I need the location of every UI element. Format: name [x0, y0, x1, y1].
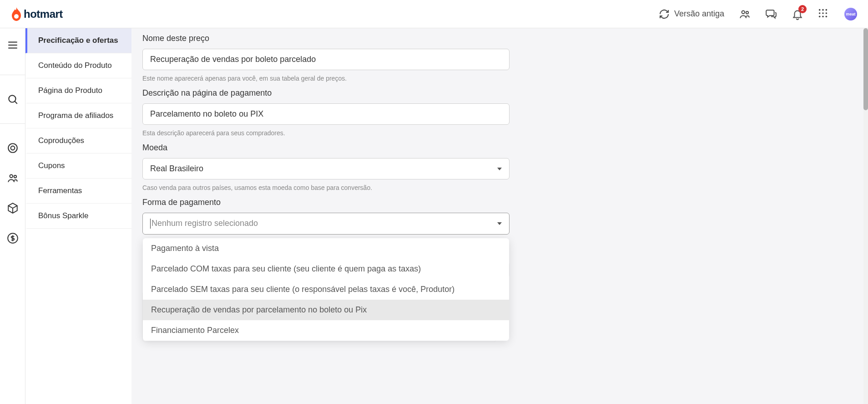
- svg-point-18: [10, 146, 15, 150]
- nav-content[interactable]: Conteúdo do Produto: [25, 53, 131, 78]
- svg-point-20: [14, 175, 16, 178]
- payment-option-1[interactable]: Parcelado COM taxas para seu cliente (se…: [143, 259, 509, 279]
- price-name-label: Nome deste preço: [142, 34, 510, 43]
- payment-option-2[interactable]: Parcelado SEM taxas para seu cliente (o …: [143, 279, 509, 300]
- chevron-down-icon: [497, 168, 502, 170]
- svg-point-7: [822, 12, 824, 14]
- user-avatar[interactable]: meat: [844, 8, 857, 20]
- field-description: Descrição na página de pagamento Esta de…: [142, 88, 510, 137]
- currency-label: Moeda: [142, 143, 510, 153]
- svg-point-2: [746, 11, 748, 14]
- flame-icon: [11, 7, 22, 21]
- scrollbar[interactable]: [863, 28, 868, 404]
- field-price-name: Nome deste preço Este nome aparecerá ape…: [142, 34, 510, 82]
- svg-point-8: [826, 12, 828, 14]
- menu-icon[interactable]: [7, 39, 19, 51]
- payment-method-select[interactable]: Nenhum registro selecionado Pagamento à …: [142, 213, 510, 235]
- search-icon[interactable]: [7, 93, 19, 105]
- payment-option-4[interactable]: Financiamento Parcelex: [143, 320, 509, 341]
- svg-point-0: [14, 14, 19, 19]
- nav-coproductions[interactable]: Coproduções: [25, 128, 131, 153]
- payment-option-0[interactable]: Pagamento à vista: [143, 238, 509, 259]
- text-cursor: [150, 219, 151, 229]
- apps-icon[interactable]: [818, 8, 830, 20]
- field-payment-method: Forma de pagamento Nenhum registro selec…: [142, 198, 510, 342]
- nav-sparkle[interactable]: Bônus Sparkle: [25, 204, 131, 229]
- nav-affiliates[interactable]: Programa de afiliados: [25, 103, 131, 128]
- price-name-input[interactable]: [142, 49, 510, 70]
- payment-placeholder: Nenhum registro selecionado: [151, 219, 258, 228]
- svg-point-10: [822, 15, 824, 17]
- dollar-icon[interactable]: [7, 232, 19, 244]
- nav-product-page[interactable]: Página do Produto: [25, 78, 131, 103]
- people-icon[interactable]: [7, 172, 19, 184]
- chevron-down-icon: [497, 222, 502, 225]
- chat-icon[interactable]: [765, 8, 777, 20]
- description-help: Esta descrição aparecerá para seus compr…: [142, 129, 510, 137]
- price-name-help: Este nome aparecerá apenas para você, em…: [142, 75, 510, 82]
- logo[interactable]: hotmart: [11, 7, 63, 21]
- refresh-icon: [659, 9, 670, 20]
- old-version-label: Versão antiga: [674, 9, 724, 19]
- community-icon[interactable]: [739, 8, 751, 20]
- svg-point-6: [819, 12, 821, 14]
- svg-point-11: [826, 15, 828, 17]
- svg-point-17: [8, 143, 17, 153]
- svg-point-4: [822, 9, 824, 10]
- payment-label: Forma de pagamento: [142, 198, 510, 207]
- payment-option-3[interactable]: Recuperação de vendas por parcelamento n…: [143, 300, 509, 320]
- nav-sidebar: Precificação e ofertas Conteúdo do Produ…: [25, 28, 131, 404]
- divider: [0, 123, 25, 124]
- payment-dropdown: Pagamento à vista Parcelado COM taxas pa…: [143, 238, 509, 341]
- currency-select[interactable]: Real Brasileiro: [142, 158, 510, 179]
- svg-point-3: [819, 9, 821, 10]
- brand-name: hotmart: [24, 8, 63, 20]
- svg-line-16: [15, 101, 17, 103]
- description-input[interactable]: [142, 103, 510, 125]
- svg-point-1: [742, 10, 745, 14]
- header-icons: 2 meat: [739, 8, 857, 20]
- svg-point-19: [10, 174, 13, 178]
- currency-value: Real Brasileiro: [150, 164, 203, 174]
- svg-point-15: [9, 95, 15, 102]
- top-header: hotmart Versão antiga 2 meat: [0, 0, 868, 28]
- svg-point-5: [826, 9, 828, 10]
- svg-point-9: [819, 15, 821, 17]
- header-right: Versão antiga 2 meat: [659, 8, 857, 20]
- nav-tools[interactable]: Ferramentas: [25, 179, 131, 204]
- divider: [0, 75, 25, 75]
- notifications-icon[interactable]: 2: [792, 8, 803, 20]
- notification-badge: 2: [798, 5, 807, 13]
- nav-pricing[interactable]: Precificação e ofertas: [25, 28, 131, 53]
- field-currency: Moeda Real Brasileiro Caso venda para ou…: [142, 143, 510, 191]
- package-icon[interactable]: [7, 202, 19, 214]
- main-content: Nome deste preço Este nome aparecerá ape…: [131, 28, 868, 404]
- description-label: Descrição na página de pagamento: [142, 88, 510, 98]
- target-icon[interactable]: [7, 142, 19, 154]
- nav-coupons[interactable]: Cupons: [25, 153, 131, 179]
- icon-sidebar: [0, 28, 25, 404]
- scrollbar-thumb[interactable]: [863, 28, 868, 110]
- old-version-link[interactable]: Versão antiga: [659, 9, 724, 20]
- currency-help: Caso venda para outros países, usamos es…: [142, 184, 510, 191]
